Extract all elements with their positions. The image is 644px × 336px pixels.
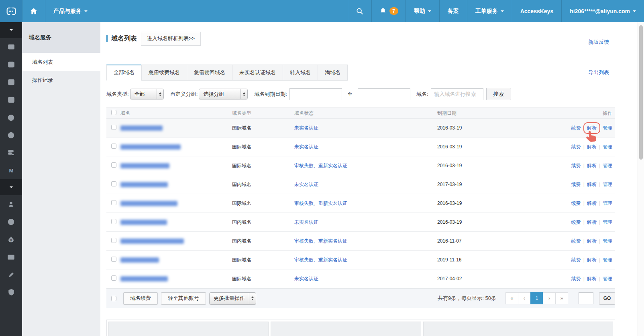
- op-resolve-link[interactable]: 解析: [587, 163, 597, 168]
- op-renew-link[interactable]: 续费: [571, 257, 581, 263]
- op-resolve-link[interactable]: 解析: [587, 144, 597, 150]
- row-checkbox[interactable]: [111, 219, 116, 224]
- slb-nodes-icon[interactable]: [0, 73, 22, 91]
- op-resolve-link[interactable]: 解析: [587, 200, 597, 206]
- row-checkbox[interactable]: [111, 144, 116, 149]
- nav-help-menu[interactable]: 帮助: [406, 0, 439, 22]
- domain-status-link[interactable]: 未实名认证: [294, 219, 318, 225]
- domain-redacted[interactable]: [120, 163, 169, 168]
- op-manage-link[interactable]: 管理: [603, 257, 612, 263]
- domain-status-link[interactable]: 未实名认证: [294, 182, 318, 187]
- domain-redacted[interactable]: [120, 220, 167, 225]
- security-shield-icon[interactable]: [0, 283, 22, 301]
- current-page-button[interactable]: 1: [530, 292, 543, 304]
- nav-notifications[interactable]: 7: [371, 0, 406, 22]
- domain-status-link[interactable]: 审核失败、重新实名认证: [294, 257, 347, 263]
- tab-0[interactable]: 全部域名: [106, 65, 142, 81]
- batch-transfer-button[interactable]: 转至其他账号: [161, 292, 206, 305]
- tab-4[interactable]: 转入域名: [283, 65, 318, 81]
- nav-beian[interactable]: 备案: [439, 0, 467, 22]
- domain-status-link[interactable]: 未实名认证: [294, 125, 318, 131]
- op-renew-link[interactable]: 续费: [571, 125, 581, 131]
- op-resolve-link[interactable]: 解析: [587, 257, 597, 263]
- op-resolve-link[interactable]: 解析: [587, 238, 597, 244]
- media-icon[interactable]: [0, 91, 22, 109]
- server-cloud-icon[interactable]: [0, 144, 22, 162]
- sidebar-item-operation-log[interactable]: 操作记录: [22, 71, 100, 89]
- op-manage-link[interactable]: 管理: [603, 125, 612, 131]
- console-list-icon[interactable]: [0, 38, 22, 56]
- domain-status-link[interactable]: 审核失败、重新实名认证: [294, 238, 347, 244]
- new-version-feedback-link[interactable]: 新版反馈: [588, 38, 609, 46]
- nav-tickets-menu[interactable]: 工单服务: [467, 0, 512, 22]
- op-resolve-link[interactable]: 解析: [587, 219, 597, 225]
- expire-date-from-input[interactable]: [289, 88, 342, 100]
- nav-account-menu[interactable]: hi206*****@aliyun.com: [561, 0, 644, 22]
- search-button[interactable]: 搜索: [486, 88, 511, 100]
- row-checkbox[interactable]: [111, 181, 116, 186]
- op-resolve-link[interactable]: 解析: [587, 182, 597, 187]
- domain-redacted[interactable]: [120, 257, 159, 263]
- op-manage-link[interactable]: 管理: [603, 238, 612, 244]
- domain-redacted[interactable]: [120, 125, 163, 131]
- balance-yen-icon[interactable]: ¥: [0, 213, 22, 231]
- row-checkbox[interactable]: [111, 162, 116, 168]
- domain-type-select[interactable]: 全部: [130, 89, 164, 99]
- domain-search-input[interactable]: [431, 88, 483, 100]
- op-renew-link[interactable]: 续费: [571, 182, 581, 187]
- cdn-nodes-icon[interactable]: [0, 56, 22, 73]
- aliyun-logo[interactable]: [0, 0, 22, 22]
- domain-redacted[interactable]: [120, 239, 184, 244]
- m-service-icon[interactable]: M: [0, 162, 22, 179]
- op-renew-link[interactable]: 续费: [571, 200, 581, 206]
- op-manage-link[interactable]: 管理: [603, 276, 612, 281]
- tab-2[interactable]: 急需赎回域名: [187, 65, 232, 81]
- batch-select-checkbox[interactable]: [111, 296, 116, 301]
- domain-redacted[interactable]: [120, 144, 181, 150]
- op-resolve-link[interactable]: 解析: [587, 125, 597, 131]
- domain-status-link[interactable]: 未实名认证: [294, 144, 318, 150]
- row-checkbox[interactable]: [111, 238, 116, 243]
- first-page-button[interactable]: «: [505, 292, 518, 304]
- row-checkbox[interactable]: [111, 257, 116, 262]
- op-manage-link[interactable]: 管理: [603, 144, 612, 150]
- nav-search[interactable]: [348, 0, 371, 22]
- nav-products-menu[interactable]: 产品与服务: [45, 0, 96, 22]
- op-renew-link[interactable]: 续费: [571, 163, 581, 168]
- op-manage-link[interactable]: 管理: [603, 182, 612, 187]
- row-checkbox[interactable]: [111, 125, 116, 130]
- row-checkbox[interactable]: [111, 275, 116, 281]
- nav-accesskeys[interactable]: AccessKeys: [512, 0, 562, 22]
- domain-redacted[interactable]: [120, 276, 168, 281]
- message-icon[interactable]: [0, 248, 22, 266]
- op-renew-link[interactable]: 续费: [571, 238, 581, 244]
- op-renew-link[interactable]: 续费: [571, 219, 581, 225]
- user-icon[interactable]: [0, 195, 22, 213]
- op-resolve-link[interactable]: 解析: [587, 276, 597, 281]
- domain-status-link[interactable]: 审核失败、重新实名认证: [294, 200, 347, 206]
- expire-date-to-input[interactable]: [358, 88, 410, 100]
- edit-pencil-icon[interactable]: [0, 266, 22, 283]
- domain-status-link[interactable]: 审核失败、重新实名认证: [294, 163, 347, 168]
- prev-page-button[interactable]: ‹: [518, 292, 531, 304]
- tab-1[interactable]: 急需续费域名: [141, 65, 187, 81]
- export-list-link[interactable]: 导出列表: [588, 69, 609, 76]
- op-renew-link[interactable]: 续费: [571, 144, 581, 150]
- op-manage-link[interactable]: 管理: [603, 200, 612, 206]
- sidebar-item-domain-list[interactable]: 域名列表: [22, 53, 100, 71]
- rail-collapse-top[interactable]: [0, 22, 22, 38]
- funds-bag-icon[interactable]: ¥: [0, 231, 22, 248]
- row-checkbox[interactable]: [111, 200, 116, 205]
- domain-redacted[interactable]: [120, 201, 177, 206]
- op-renew-link[interactable]: 续费: [571, 276, 581, 281]
- batch-renew-button[interactable]: 域名续费: [123, 292, 158, 305]
- last-page-button[interactable]: »: [555, 292, 568, 304]
- next-page-button[interactable]: ›: [543, 292, 556, 304]
- nav-home[interactable]: [22, 0, 45, 22]
- domain-status-link[interactable]: 未实名认证: [294, 276, 318, 281]
- more-batch-operations-select[interactable]: 更多批量操作: [209, 292, 256, 305]
- goto-dns-list-button[interactable]: 进入域名解析列表>>: [141, 32, 201, 46]
- rail-collapse-bottom[interactable]: [0, 179, 22, 195]
- network-globe-icon[interactable]: [0, 109, 22, 126]
- domain-redacted[interactable]: [120, 182, 168, 187]
